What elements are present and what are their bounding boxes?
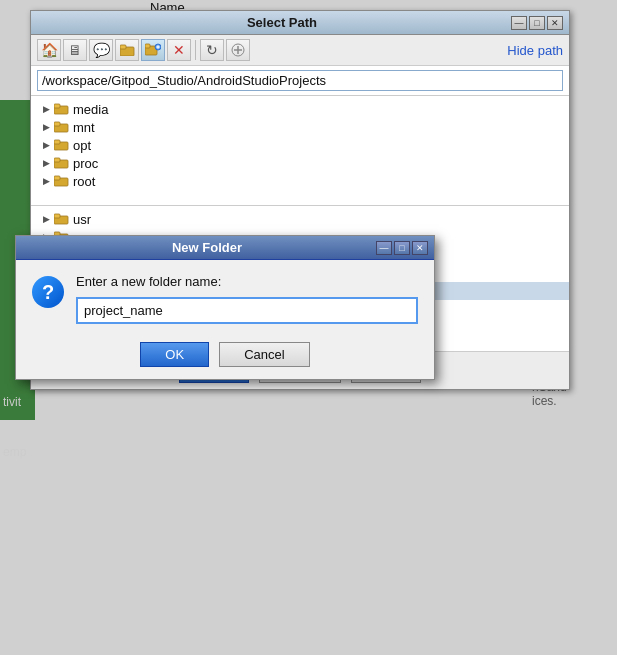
tree-label-root: root bbox=[73, 174, 95, 189]
folder-icon-root bbox=[53, 173, 69, 189]
svg-rect-17 bbox=[54, 158, 60, 162]
toolbar-new-folder-btn[interactable] bbox=[141, 39, 165, 61]
tree-item-proc[interactable]: ▶ proc bbox=[31, 154, 569, 172]
dialog-body: Enter a new folder name: bbox=[76, 274, 418, 324]
path-bar bbox=[31, 66, 569, 96]
new-folder-minimize-btn[interactable]: — bbox=[376, 241, 392, 255]
toolbar-home-btn[interactable]: 🏠 bbox=[37, 39, 61, 61]
svg-rect-13 bbox=[54, 122, 60, 126]
tree-label-media: media bbox=[73, 102, 108, 117]
left-text-tivity: tivit bbox=[3, 395, 33, 409]
select-path-title: Select Path bbox=[53, 15, 511, 30]
select-path-minimize-btn[interactable]: — bbox=[511, 16, 527, 30]
hide-path-btn[interactable]: Hide path bbox=[507, 43, 563, 58]
toolbar-refresh-btn[interactable]: ↻ bbox=[200, 39, 224, 61]
file-tree-top: ▶ media ▶ mnt ▶ bbox=[31, 96, 569, 206]
new-folder-titlebar: New Folder — □ ✕ bbox=[16, 236, 434, 260]
new-folder-buttons: OK Cancel bbox=[16, 334, 434, 379]
tree-arrow-opt: ▶ bbox=[39, 138, 53, 152]
path-input[interactable] bbox=[37, 70, 563, 91]
toolbar-bookmark-btn[interactable] bbox=[226, 39, 250, 61]
tree-arrow-root: ▶ bbox=[39, 174, 53, 188]
svg-rect-15 bbox=[54, 140, 60, 144]
folder-icon-opt bbox=[53, 137, 69, 153]
question-icon: ? bbox=[32, 276, 64, 308]
tree-label-mnt: mnt bbox=[73, 120, 95, 135]
select-path-close-btn[interactable]: ✕ bbox=[547, 16, 563, 30]
new-folder-maximize-btn[interactable]: □ bbox=[394, 241, 410, 255]
toolbar-delete-btn[interactable]: ✕ bbox=[167, 39, 191, 61]
new-folder-title: New Folder bbox=[38, 240, 376, 255]
dialog-prompt: Enter a new folder name: bbox=[76, 274, 418, 289]
toolbar-separator-1 bbox=[195, 40, 196, 60]
left-text-emp: emp bbox=[3, 445, 33, 459]
folder-icon-mnt bbox=[53, 119, 69, 135]
tree-arrow-media: ▶ bbox=[39, 102, 53, 116]
new-folder-ok-btn[interactable]: OK bbox=[140, 342, 209, 367]
new-folder-content: ? Enter a new folder name: bbox=[16, 260, 434, 334]
tree-item-root[interactable]: ▶ root bbox=[31, 172, 569, 190]
tree-item-usr[interactable]: ▶ usr bbox=[31, 210, 569, 228]
folder-icon-media bbox=[53, 101, 69, 117]
svg-rect-3 bbox=[145, 44, 150, 48]
svg-rect-21 bbox=[54, 214, 60, 218]
folder-icon-usr bbox=[53, 211, 69, 227]
tree-label-usr: usr bbox=[73, 212, 91, 227]
select-path-maximize-btn[interactable]: □ bbox=[529, 16, 545, 30]
svg-rect-1 bbox=[120, 45, 126, 49]
select-path-titlebar: Select Path — □ ✕ bbox=[31, 11, 569, 35]
tree-arrow-proc: ▶ bbox=[39, 156, 53, 170]
new-folder-cancel-btn[interactable]: Cancel bbox=[219, 342, 309, 367]
new-folder-dialog: New Folder — □ ✕ ? Enter a new folder na… bbox=[15, 235, 435, 380]
tree-label-opt: opt bbox=[73, 138, 91, 153]
tree-item-opt[interactable]: ▶ opt bbox=[31, 136, 569, 154]
new-folder-controls: — □ ✕ bbox=[376, 241, 428, 255]
svg-rect-11 bbox=[54, 104, 60, 108]
toolbar-chat-btn[interactable]: 💬 bbox=[89, 39, 113, 61]
svg-rect-19 bbox=[54, 176, 60, 180]
new-folder-input[interactable] bbox=[76, 297, 418, 324]
tree-label-proc: proc bbox=[73, 156, 98, 171]
select-path-toolbar: 🏠 🖥 💬 ✕ ↻ bbox=[31, 35, 569, 66]
tree-arrow-usr: ▶ bbox=[39, 212, 53, 226]
new-folder-close-btn[interactable]: ✕ bbox=[412, 241, 428, 255]
folder-icon-proc bbox=[53, 155, 69, 171]
toolbar-folder-btn[interactable] bbox=[115, 39, 139, 61]
tree-arrow-mnt: ▶ bbox=[39, 120, 53, 134]
tree-item-media[interactable]: ▶ media bbox=[31, 100, 569, 118]
select-path-window-controls: — □ ✕ bbox=[511, 16, 563, 30]
tree-item-mnt[interactable]: ▶ mnt bbox=[31, 118, 569, 136]
toolbar-computer-btn[interactable]: 🖥 bbox=[63, 39, 87, 61]
